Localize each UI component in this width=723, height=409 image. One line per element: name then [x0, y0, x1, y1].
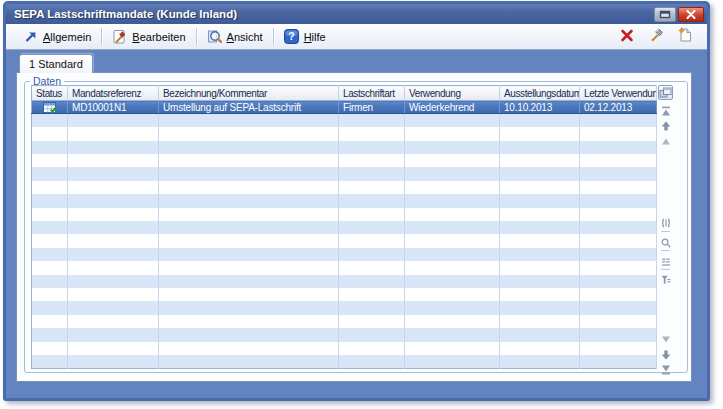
cell	[500, 315, 580, 328]
table-empty-row	[32, 315, 657, 328]
daten-groupbox: Daten StatusMandatsreferenzBezeichnung/K…	[24, 81, 688, 373]
menu-hilfe[interactable]: ?Hilfe	[275, 26, 335, 48]
scroll-bottom-button[interactable]	[660, 365, 671, 375]
cell	[500, 154, 580, 167]
cell	[68, 167, 159, 180]
cell	[68, 328, 159, 341]
cell	[339, 275, 405, 288]
column-header[interactable]: Letzte Verwendung	[580, 86, 657, 101]
toolbar-menus: AllgemeinBearbeitenAnsicht?Hilfe	[14, 24, 335, 49]
cell	[580, 275, 657, 288]
menu-label-hilfe: Hilfe	[304, 31, 326, 43]
table-empty-row	[32, 261, 657, 274]
table-empty-row	[32, 248, 657, 261]
delete-button[interactable]	[619, 29, 635, 45]
column-header[interactable]: Lastschriftart	[339, 86, 405, 101]
cell	[68, 114, 159, 127]
column-header[interactable]: Ausstellungsdatum	[500, 86, 580, 101]
standard-panel: Daten StatusMandatsreferenzBezeichnung/K…	[16, 72, 692, 382]
cell	[68, 234, 159, 247]
restore-icon	[659, 5, 671, 23]
table-empty-row	[32, 114, 657, 127]
cell	[405, 261, 500, 274]
cell	[32, 275, 68, 288]
edit-button[interactable]	[648, 29, 664, 45]
row-down-button[interactable]	[660, 335, 671, 345]
cell	[339, 114, 405, 127]
table-header-row: StatusMandatsreferenzBezeichnung/Komment…	[32, 86, 657, 101]
table-empty-row	[32, 234, 657, 247]
cell	[500, 261, 580, 274]
column-header[interactable]: Mandatsreferenz	[68, 86, 159, 101]
cell	[32, 261, 68, 274]
cell	[405, 301, 500, 314]
aggregate-button[interactable]	[660, 257, 671, 267]
titlebar[interactable]: SEPA Lastschriftmandate (Kunde Inland)	[6, 4, 707, 24]
menu-bearbeiten[interactable]: Bearbeiten	[103, 26, 194, 48]
cell	[68, 208, 159, 221]
cell	[159, 315, 339, 328]
cell	[405, 181, 500, 194]
column-header[interactable]: Status	[32, 86, 68, 101]
cell	[580, 328, 657, 341]
cell	[68, 301, 159, 314]
cell	[68, 154, 159, 167]
cell	[405, 288, 500, 301]
scroll-top-button[interactable]	[660, 106, 671, 116]
cell	[32, 127, 68, 140]
column-header[interactable]: Verwendung	[405, 86, 500, 101]
cell	[339, 248, 405, 261]
toolbar: AllgemeinBearbeitenAnsicht?Hilfe	[6, 24, 707, 50]
filter-button[interactable]	[660, 275, 671, 285]
cell	[159, 275, 339, 288]
app-window: SEPA Lastschriftmandate (Kunde Inland) A…	[3, 1, 710, 401]
search-button[interactable]	[660, 238, 671, 248]
toolbar-separator	[196, 28, 197, 45]
tab-label: 1 Standard	[29, 58, 83, 70]
cell	[405, 328, 500, 341]
cell	[405, 315, 500, 328]
rail-separator	[661, 250, 670, 251]
row-up-button[interactable]	[660, 136, 671, 146]
cell	[68, 275, 159, 288]
menu-ansicht[interactable]: Ansicht	[198, 26, 272, 48]
cell	[68, 315, 159, 328]
cell	[500, 275, 580, 288]
restore-button[interactable]	[654, 7, 676, 22]
cell	[68, 248, 159, 261]
cell	[32, 328, 68, 341]
cell: Wiederkehrend	[405, 101, 500, 114]
magnifier-document-icon	[207, 29, 222, 44]
cell	[500, 328, 580, 341]
cell	[339, 141, 405, 154]
cell	[159, 114, 339, 127]
cell	[405, 275, 500, 288]
column-header[interactable]: Bezeichnung/Kommentar	[159, 86, 339, 101]
new-button[interactable]	[677, 29, 693, 45]
close-button[interactable]	[678, 7, 704, 22]
tab-standard[interactable]: 1 Standard	[19, 54, 93, 73]
cell	[405, 127, 500, 140]
menu-allgemein[interactable]: Allgemein	[14, 26, 100, 48]
page-down-button[interactable]	[660, 350, 671, 360]
mandate-table: StatusMandatsreferenzBezeichnung/Komment…	[31, 85, 657, 369]
fit-column-width-button[interactable]	[660, 218, 671, 228]
cell	[500, 127, 580, 140]
cell	[159, 141, 339, 154]
cell	[32, 101, 68, 114]
scroll-bottom-icon	[661, 361, 671, 379]
cell: 10.10.2013	[500, 101, 580, 114]
column-chooser-button[interactable]	[658, 85, 673, 100]
page-up-button[interactable]	[660, 121, 671, 131]
cell	[159, 154, 339, 167]
cell	[405, 114, 500, 127]
cell	[339, 288, 405, 301]
table-row[interactable]: MD10001N1Umstellung auf SEPA-Lastschrift…	[32, 101, 657, 114]
cell	[159, 234, 339, 247]
cell	[68, 194, 159, 207]
cell	[32, 234, 68, 247]
arrow-up-right-icon	[23, 29, 38, 44]
cell	[500, 301, 580, 314]
mandate-status-icon	[43, 102, 57, 113]
cell	[500, 342, 580, 355]
